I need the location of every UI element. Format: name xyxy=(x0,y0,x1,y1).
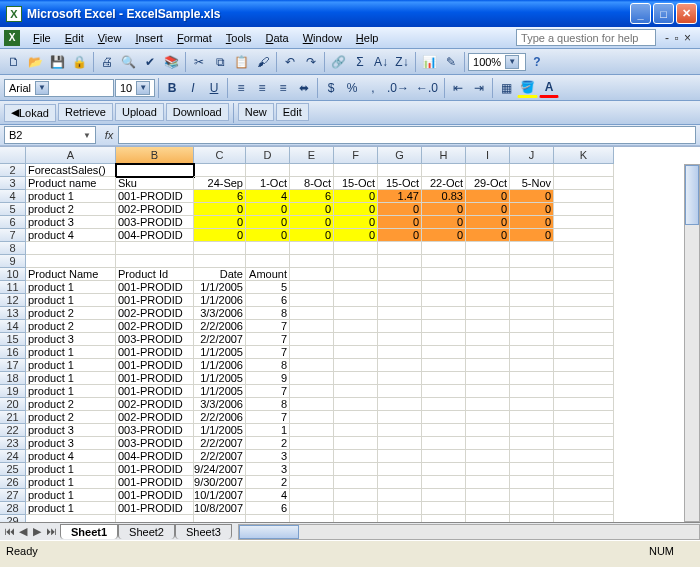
lokad-upload-button[interactable]: Upload xyxy=(115,103,164,121)
hscroll-thumb[interactable] xyxy=(239,525,299,539)
cell-G14[interactable] xyxy=(378,320,422,333)
cell-D13[interactable]: 8 xyxy=(246,307,290,320)
menu-view[interactable]: View xyxy=(91,30,129,46)
cell-B19[interactable]: 001-PRODID xyxy=(116,385,194,398)
row-header-26[interactable]: 26 xyxy=(0,476,26,489)
cell-I27[interactable] xyxy=(466,489,510,502)
cell-H20[interactable] xyxy=(422,398,466,411)
cell-I15[interactable] xyxy=(466,333,510,346)
cell-F16[interactable] xyxy=(334,346,378,359)
cell-A25[interactable]: product 1 xyxy=(26,463,116,476)
cell-D8[interactable] xyxy=(246,242,290,255)
cell-B7[interactable]: 004-PRODID xyxy=(116,229,194,242)
cell-H24[interactable] xyxy=(422,450,466,463)
drawing-icon[interactable]: ✎ xyxy=(441,52,461,72)
cell-K6[interactable] xyxy=(554,216,614,229)
cell-H28[interactable] xyxy=(422,502,466,515)
col-header-E[interactable]: E xyxy=(290,147,334,164)
formula-input[interactable] xyxy=(118,126,696,144)
save-icon[interactable]: 💾 xyxy=(47,52,68,72)
cell-B5[interactable]: 002-PRODID xyxy=(116,203,194,216)
cell-H3[interactable]: 22-Oct xyxy=(422,177,466,190)
cell-D26[interactable]: 2 xyxy=(246,476,290,489)
cell-G15[interactable] xyxy=(378,333,422,346)
cell-B11[interactable]: 001-PRODID xyxy=(116,281,194,294)
cell-C2[interactable] xyxy=(194,164,246,177)
cell-E13[interactable] xyxy=(290,307,334,320)
cell-H6[interactable]: 0 xyxy=(422,216,466,229)
cell-B4[interactable]: 001-PRODID xyxy=(116,190,194,203)
cell-C13[interactable]: 3/3/2006 xyxy=(194,307,246,320)
cell-H11[interactable] xyxy=(422,281,466,294)
vscroll-thumb[interactable] xyxy=(685,165,699,225)
cell-J9[interactable] xyxy=(510,255,554,268)
cell-E20[interactable] xyxy=(290,398,334,411)
cell-I17[interactable] xyxy=(466,359,510,372)
cell-G25[interactable] xyxy=(378,463,422,476)
cell-D5[interactable]: 0 xyxy=(246,203,290,216)
row-header-23[interactable]: 23 xyxy=(0,437,26,450)
cell-C10[interactable]: Date xyxy=(194,268,246,281)
row-header-20[interactable]: 20 xyxy=(0,398,26,411)
cell-H23[interactable] xyxy=(422,437,466,450)
cell-C12[interactable]: 1/1/2006 xyxy=(194,294,246,307)
cell-D23[interactable]: 2 xyxy=(246,437,290,450)
cell-D16[interactable]: 7 xyxy=(246,346,290,359)
bold-icon[interactable]: B xyxy=(162,78,182,98)
cell-F17[interactable] xyxy=(334,359,378,372)
cell-F25[interactable] xyxy=(334,463,378,476)
cell-J2[interactable] xyxy=(510,164,554,177)
cell-K13[interactable] xyxy=(554,307,614,320)
cell-J6[interactable]: 0 xyxy=(510,216,554,229)
close-button[interactable]: ✕ xyxy=(676,3,697,24)
cell-K16[interactable] xyxy=(554,346,614,359)
lokad-brand-button[interactable]: ◀ Lokad xyxy=(4,104,56,122)
cell-H26[interactable] xyxy=(422,476,466,489)
fx-icon[interactable]: fx xyxy=(100,129,118,141)
cell-C8[interactable] xyxy=(194,242,246,255)
sort-asc-icon[interactable]: A↓ xyxy=(371,52,391,72)
cell-F6[interactable]: 0 xyxy=(334,216,378,229)
cell-D15[interactable]: 7 xyxy=(246,333,290,346)
row-header-4[interactable]: 4 xyxy=(0,190,26,203)
horizontal-scrollbar[interactable] xyxy=(238,524,700,540)
cell-E2[interactable] xyxy=(290,164,334,177)
cell-F7[interactable]: 0 xyxy=(334,229,378,242)
cell-J8[interactable] xyxy=(510,242,554,255)
cell-J25[interactable] xyxy=(510,463,554,476)
cell-I4[interactable]: 0 xyxy=(466,190,510,203)
cell-H19[interactable] xyxy=(422,385,466,398)
cell-C15[interactable]: 2/2/2007 xyxy=(194,333,246,346)
name-box[interactable]: B2▼ xyxy=(4,126,96,144)
menu-edit[interactable]: Edit xyxy=(58,30,91,46)
cell-J13[interactable] xyxy=(510,307,554,320)
cell-J3[interactable]: 5-Nov xyxy=(510,177,554,190)
row-header-3[interactable]: 3 xyxy=(0,177,26,190)
cell-H9[interactable] xyxy=(422,255,466,268)
minimize-button[interactable]: _ xyxy=(630,3,651,24)
cell-E14[interactable] xyxy=(290,320,334,333)
cell-B27[interactable]: 001-PRODID xyxy=(116,489,194,502)
cell-K11[interactable] xyxy=(554,281,614,294)
cell-F11[interactable] xyxy=(334,281,378,294)
cells-area[interactable]: ForecastSales()Product nameSku24-Sep1-Oc… xyxy=(26,164,614,528)
cell-E21[interactable] xyxy=(290,411,334,424)
spelling-icon[interactable]: ✔ xyxy=(140,52,160,72)
cell-G13[interactable] xyxy=(378,307,422,320)
cell-A3[interactable]: Product name xyxy=(26,177,116,190)
cell-E8[interactable] xyxy=(290,242,334,255)
cell-I12[interactable] xyxy=(466,294,510,307)
cell-E11[interactable] xyxy=(290,281,334,294)
cell-C25[interactable]: 9/24/2007 xyxy=(194,463,246,476)
row-header-7[interactable]: 7 xyxy=(0,229,26,242)
tab-nav-prev-icon[interactable]: ◀ xyxy=(16,525,30,538)
cell-A20[interactable]: product 2 xyxy=(26,398,116,411)
menu-help[interactable]: Help xyxy=(349,30,386,46)
cell-E27[interactable] xyxy=(290,489,334,502)
fill-color-icon[interactable]: 🪣 xyxy=(517,78,538,98)
increase-decimal-icon[interactable]: .0→ xyxy=(384,78,412,98)
cell-D27[interactable]: 4 xyxy=(246,489,290,502)
cell-B17[interactable]: 001-PRODID xyxy=(116,359,194,372)
cell-I19[interactable] xyxy=(466,385,510,398)
underline-icon[interactable]: U xyxy=(204,78,224,98)
